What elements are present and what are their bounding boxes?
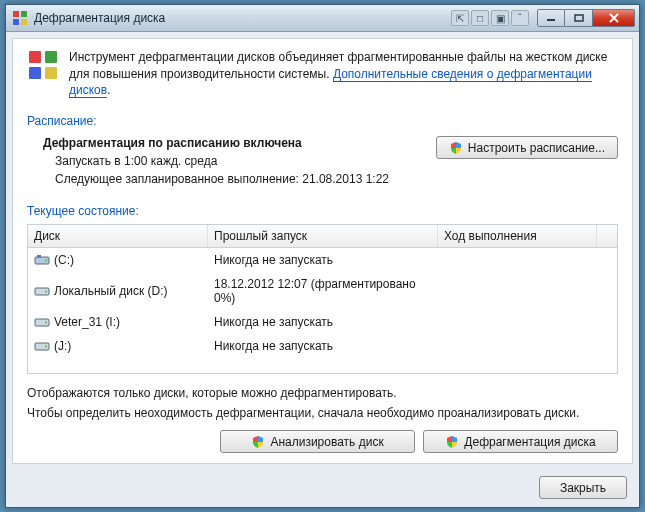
defrag-label: Дефрагментация диска <box>464 435 595 449</box>
system-drive-icon <box>34 254 50 266</box>
col-disk[interactable]: Диск <box>28 225 208 247</box>
disk-name: (J:) <box>54 339 71 353</box>
disk-last-run: 18.12.2012 12:07 (фрагментировано 0%) <box>208 275 438 307</box>
disk-name: (C:) <box>54 253 74 267</box>
svg-rect-1 <box>21 11 27 17</box>
disk-last-run: Никогда не запускать <box>208 313 438 331</box>
action-buttons: Анализировать диск Дефрагментация диска <box>27 430 618 453</box>
disk-last-run: Никогда не запускать <box>208 251 438 269</box>
svg-point-16 <box>45 322 47 324</box>
disk-name: Локальный диск (D:) <box>54 284 168 298</box>
hdd-icon <box>34 316 50 328</box>
schedule-info: Дефрагментация по расписанию включена За… <box>43 136 426 190</box>
schedule-status: Дефрагментация по расписанию включена <box>43 136 426 150</box>
hdd-icon <box>34 285 50 297</box>
svg-point-18 <box>45 346 47 348</box>
schedule-next-run: Следующее запланированное выполнение: 21… <box>43 172 426 186</box>
disk-name: Veter_31 (I:) <box>54 315 120 329</box>
svg-point-12 <box>45 260 47 262</box>
extra-button-4[interactable]: ˆ <box>511 10 529 26</box>
note-line-1: Отображаются только диски, которые можно… <box>27 386 618 400</box>
configure-schedule-label: Настроить расписание... <box>468 141 605 155</box>
maximize-button[interactable] <box>565 9 593 27</box>
intro-text-after: . <box>107 83 110 97</box>
close-button[interactable]: Закрыть <box>539 476 627 499</box>
hdd-icon <box>34 340 50 352</box>
svg-rect-4 <box>547 19 555 21</box>
svg-rect-0 <box>13 11 19 17</box>
svg-rect-5 <box>575 15 583 21</box>
svg-rect-9 <box>45 67 57 79</box>
table-row[interactable]: (C:) Никогда не запускать <box>28 248 617 272</box>
minimize-button[interactable] <box>537 9 565 27</box>
analyze-button[interactable]: Анализировать диск <box>220 430 415 453</box>
note-line-2: Чтобы определить неоходимость дефрагмент… <box>27 406 618 420</box>
table-body: (C:) Никогда не запускать Локальный диск… <box>28 248 617 358</box>
analyze-label: Анализировать диск <box>270 435 383 449</box>
defrag-button[interactable]: Дефрагментация диска <box>423 430 618 453</box>
window-title: Дефрагментация диска <box>34 11 451 25</box>
svg-rect-3 <box>21 19 27 25</box>
extra-button-2[interactable]: □ <box>471 10 489 26</box>
defrag-large-icon <box>27 49 59 81</box>
table-row[interactable]: Локальный диск (D:) 18.12.2012 12:07 (фр… <box>28 272 617 310</box>
intro-text: Инструмент дефрагментации дисков объедин… <box>69 49 618 98</box>
titlebar-extra-buttons: ⇱ □ ▣ ˆ <box>451 10 529 26</box>
defrag-app-icon <box>12 10 28 26</box>
table-header: Диск Прошлый запуск Ход выполнения <box>28 225 617 248</box>
extra-button-1[interactable]: ⇱ <box>451 10 469 26</box>
col-progress[interactable]: Ход выполнения <box>438 225 597 247</box>
footer: Закрыть <box>6 470 639 507</box>
window-control-buttons <box>537 9 635 27</box>
intro-section: Инструмент дефрагментации дисков объедин… <box>27 49 618 98</box>
col-spacer <box>597 225 617 247</box>
defrag-window: Дефрагментация диска ⇱ □ ▣ ˆ Инструмент … <box>5 4 640 508</box>
content-area: Инструмент дефрагментации дисков объедин… <box>12 38 633 464</box>
disk-progress <box>438 313 617 331</box>
svg-rect-8 <box>29 67 41 79</box>
svg-rect-7 <box>45 51 57 63</box>
shield-icon <box>251 435 265 449</box>
col-last-run[interactable]: Прошлый запуск <box>208 225 438 247</box>
svg-rect-2 <box>13 19 19 25</box>
state-label: Текущее состояние: <box>27 204 618 218</box>
shield-icon <box>445 435 459 449</box>
disk-progress <box>438 337 617 355</box>
svg-point-14 <box>45 291 47 293</box>
titlebar[interactable]: Дефрагментация диска ⇱ □ ▣ ˆ <box>6 5 639 32</box>
schedule-box: Дефрагментация по расписанию включена За… <box>27 134 618 200</box>
configure-schedule-button[interactable]: Настроить расписание... <box>436 136 618 159</box>
disk-progress <box>438 275 617 307</box>
table-row[interactable]: Veter_31 (I:) Никогда не запускать <box>28 310 617 334</box>
disk-last-run: Никогда не запускать <box>208 337 438 355</box>
schedule-label: Расписание: <box>27 114 618 128</box>
svg-rect-6 <box>29 51 41 63</box>
svg-rect-11 <box>37 255 41 258</box>
extra-button-3[interactable]: ▣ <box>491 10 509 26</box>
shield-icon <box>449 141 463 155</box>
table-row[interactable]: (J:) Никогда не запускать <box>28 334 617 358</box>
disk-progress <box>438 251 617 269</box>
disk-table: Диск Прошлый запуск Ход выполнения (C:) … <box>27 224 618 374</box>
schedule-run-at: Запускать в 1:00 кажд. среда <box>43 154 426 168</box>
close-window-button[interactable] <box>593 9 635 27</box>
close-label: Закрыть <box>560 481 606 495</box>
